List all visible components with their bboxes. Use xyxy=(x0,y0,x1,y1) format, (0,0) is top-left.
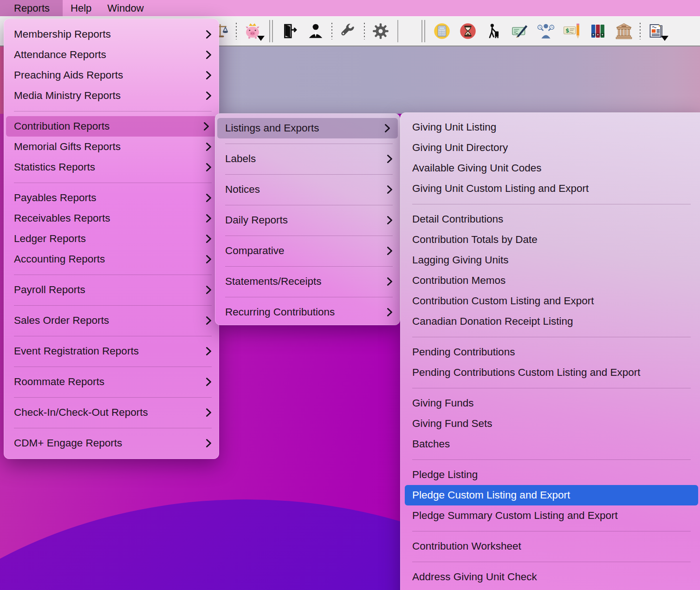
menu-item-labels[interactable]: Labels xyxy=(215,149,400,169)
menu-item-event-registration-reports[interactable]: Event Registration Reports xyxy=(4,341,219,361)
piggy-bank-icon[interactable] xyxy=(243,20,262,42)
contribution-reports-submenu: Listings and ExportsLabelsNoticesDaily R… xyxy=(215,113,400,325)
dropdown-arrow-icon xyxy=(661,36,668,41)
menu-item-cdm-engage-reports[interactable]: CDM+ Engage Reports xyxy=(4,433,219,453)
gear-icon[interactable] xyxy=(371,20,390,42)
menu-item-attendance-reports[interactable]: Attendance Reports xyxy=(4,45,219,65)
menu-item-daily-reports[interactable]: Daily Reports xyxy=(215,210,400,230)
menu-item-label: Statements/Receipts xyxy=(225,275,381,288)
menu-item-notices[interactable]: Notices xyxy=(215,179,400,200)
menu-item-contribution-worksheet[interactable]: Contribution Worksheet xyxy=(400,536,700,557)
hourglass-icon[interactable] xyxy=(459,20,477,42)
menu-item-giving-funds[interactable]: Giving Funds xyxy=(400,393,700,413)
submenu-chevron-icon xyxy=(203,122,209,131)
menu-item-label: Event Registration Reports xyxy=(14,345,200,357)
menu-item-label: CDM+ Engage Reports xyxy=(14,437,200,449)
menu-item-label: Sales Order Reports xyxy=(14,315,200,327)
menu-item-pending-contributions[interactable]: Pending Contributions xyxy=(400,342,700,362)
menu-item-giving-fund-sets[interactable]: Giving Fund Sets xyxy=(400,413,700,434)
menu-item-giving-unit-directory[interactable]: Giving Unit Directory xyxy=(400,138,700,158)
menu-item-statistics-reports[interactable]: Statistics Reports xyxy=(4,157,219,177)
menu-item-statements-receipts[interactable]: Statements/Receipts xyxy=(215,271,400,292)
menu-item-label: Pending Contributions Custom Listing and… xyxy=(412,367,695,379)
toolbar-separator-double xyxy=(421,20,425,42)
binders-icon[interactable] xyxy=(589,20,607,42)
menu-item-memorial-gifts-reports[interactable]: Memorial Gifts Reports xyxy=(4,137,219,157)
menu-separator xyxy=(4,392,219,402)
menu-item-giving-unit-custom-listing-and-export[interactable]: Giving Unit Custom Listing and Export xyxy=(400,178,700,199)
menu-item-label: Receivables Reports xyxy=(14,212,200,224)
menu-item-canadian-donation-receipt-listing[interactable]: Canadian Donation Receipt Listing xyxy=(400,311,700,332)
menu-item-label: Recurring Contributions xyxy=(225,306,381,318)
payroll-check-icon[interactable]: $ xyxy=(563,20,581,42)
menu-item-label: Pending Contributions xyxy=(412,346,695,358)
menu-item-receivables-reports[interactable]: Receivables Reports xyxy=(4,208,219,229)
menu-item-pledge-custom-listing-and-export[interactable]: Pledge Custom Listing and Export xyxy=(405,485,698,505)
menu-item-roommate-reports[interactable]: Roommate Reports xyxy=(4,372,219,392)
toolbar-separator-dotted xyxy=(364,23,365,39)
menu-item-label: Media Ministry Reports xyxy=(14,90,200,102)
menu-item-giving-unit-listing[interactable]: Giving Unit Listing xyxy=(400,117,700,138)
person-icon[interactable] xyxy=(306,20,325,42)
menu-item-label: Notices xyxy=(225,184,381,196)
traveler-icon[interactable] xyxy=(485,20,503,42)
menubar-item-window[interactable]: Window xyxy=(99,0,151,16)
toolbar-separator-dotted xyxy=(331,23,332,39)
menu-item-preaching-aids-reports[interactable]: Preaching Aids Reports xyxy=(4,65,219,85)
menu-item-detail-contributions[interactable]: Detail Contributions xyxy=(400,209,700,229)
menu-item-payroll-reports[interactable]: Payroll Reports xyxy=(4,280,219,300)
menubar-item-help[interactable]: Help xyxy=(63,0,99,16)
menu-item-lagging-giving-units[interactable]: Lagging Giving Units xyxy=(400,250,700,270)
menu-item-recurring-contributions[interactable]: Recurring Contributions xyxy=(215,302,400,322)
menu-item-contribution-reports[interactable]: Contribution Reports xyxy=(6,116,217,137)
menu-item-address-giving-unit-check[interactable]: Address Giving Unit Check xyxy=(400,567,700,587)
menu-item-accounting-reports[interactable]: Accounting Reports xyxy=(4,249,219,269)
menu-item-media-ministry-reports[interactable]: Media Ministry Reports xyxy=(4,85,219,106)
menu-item-listings-and-exports[interactable]: Listings and Exports xyxy=(217,118,398,138)
menu-item-label: Giving Funds xyxy=(412,397,695,409)
menu-item-label: Giving Unit Custom Listing and Export xyxy=(412,183,695,195)
menu-item-contribution-custom-listing-and-export[interactable]: Contribution Custom Listing and Export xyxy=(400,291,700,311)
menu-item-pledge-listing[interactable]: Pledge Listing xyxy=(400,465,700,485)
menu-item-sales-order-reports[interactable]: Sales Order Reports xyxy=(4,310,219,331)
toolbar-separator-double xyxy=(269,20,273,42)
calculator-icon[interactable] xyxy=(433,20,451,42)
submenu-chevron-icon xyxy=(387,154,393,164)
menu-item-batches[interactable]: Batches xyxy=(400,434,700,454)
exit-door-icon[interactable] xyxy=(280,20,299,42)
menu-item-comparative[interactable]: Comparative xyxy=(215,241,400,261)
menu-item-payables-reports[interactable]: Payables Reports xyxy=(4,188,219,208)
menu-item-check-in-check-out-reports[interactable]: Check-In/Check-Out Reports xyxy=(4,402,219,423)
submenu-chevron-icon xyxy=(387,246,393,256)
submenu-chevron-icon xyxy=(387,277,393,286)
toolbar-separator-single xyxy=(397,20,398,42)
menu-item-ledger-reports[interactable]: Ledger Reports xyxy=(4,229,219,249)
menu-item-label: Giving Unit Listing xyxy=(412,121,695,133)
menu-item-contribution-memos[interactable]: Contribution Memos xyxy=(400,270,700,291)
check-pen-icon[interactable] xyxy=(511,20,529,42)
bank-icon[interactable] xyxy=(615,20,633,42)
submenu-chevron-icon xyxy=(384,124,390,133)
menu-item-label: Listings and Exports xyxy=(225,122,379,134)
menu-item-pending-contributions-custom-listing-and-export[interactable]: Pending Contributions Custom Listing and… xyxy=(400,362,700,383)
menu-separator xyxy=(400,557,700,567)
screen: $ xyxy=(0,0,700,590)
menu-item-label: Giving Fund Sets xyxy=(412,418,695,430)
menu-item-label: Pledge Listing xyxy=(412,469,695,481)
menu-item-pledge-summary-custom-listing-and-export[interactable]: Pledge Summary Custom Listing and Export xyxy=(400,505,700,526)
menu-item-label: Lagging Giving Units xyxy=(412,254,695,266)
schedule-person-icon[interactable] xyxy=(537,20,555,42)
menu-item-membership-reports[interactable]: Membership Reports xyxy=(4,24,219,45)
report-document-icon[interactable] xyxy=(647,20,666,42)
listings-and-exports-submenu: Giving Unit ListingGiving Unit Directory… xyxy=(400,112,700,590)
menubar-item-reports[interactable]: Reports xyxy=(0,0,63,16)
menu-item-label: Roommate Reports xyxy=(14,376,200,388)
menu-separator xyxy=(215,230,400,241)
submenu-chevron-icon xyxy=(387,185,393,194)
submenu-chevron-icon xyxy=(206,255,212,264)
menu-item-label: Giving Unit Directory xyxy=(412,142,695,154)
wrench-icon[interactable] xyxy=(339,20,357,42)
menu-item-available-giving-unit-codes[interactable]: Available Giving Unit Codes xyxy=(400,158,700,178)
menu-item-contribution-totals-by-date[interactable]: Contribution Totals by Date xyxy=(400,229,700,250)
menu-item-label: Accounting Reports xyxy=(14,253,200,265)
